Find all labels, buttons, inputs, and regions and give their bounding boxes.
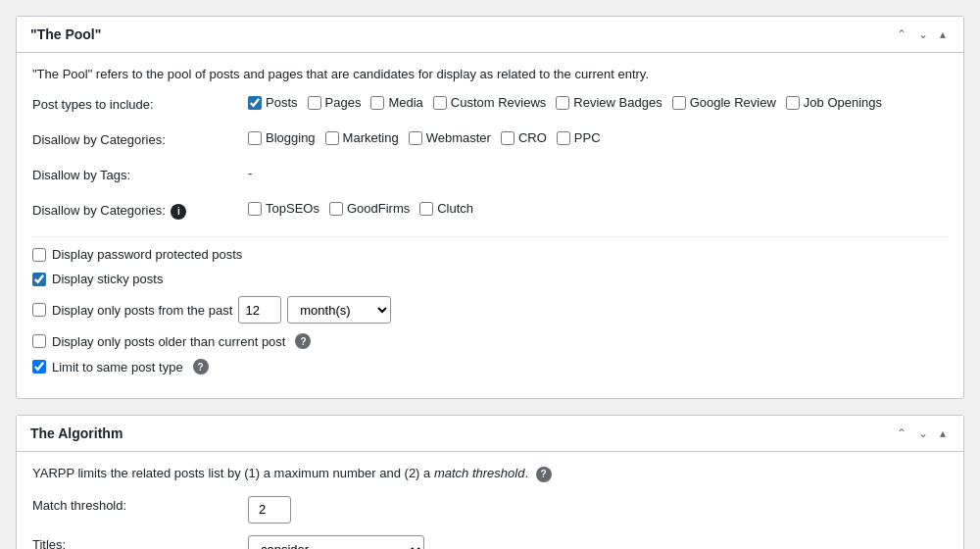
display-past-checkbox[interactable] [32, 303, 46, 317]
disallow-categories-content: Blogging Marketing Webmaster CRO PPC [248, 130, 948, 145]
pool-description: "The Pool" refers to the pool of posts a… [32, 67, 948, 81]
post-type-pages: Pages [308, 95, 362, 110]
dc-marketing-label[interactable]: Marketing [343, 130, 399, 145]
divider1 [32, 236, 948, 237]
post-type-jobs: Job Openings [786, 95, 882, 110]
pt-media-checkbox[interactable] [370, 96, 384, 110]
pt-google-label[interactable]: Google Review [690, 95, 776, 110]
algorithm-panel-title: The Algorithm [30, 425, 122, 441]
titles-row: Titles: consider do not consider [32, 535, 948, 549]
display-older-row: Display only posts older than current po… [32, 333, 948, 349]
display-past-unit-select[interactable]: month(s) year(s) week(s) day(s) [287, 296, 391, 324]
dc-ppc-checkbox[interactable] [557, 131, 570, 145]
disallow-categories2-row: Disallow by Categories: i TopSEOs GoodFi… [32, 201, 948, 225]
dc-ppc-label[interactable]: PPC [574, 130, 601, 145]
dc-blogging-checkbox[interactable] [248, 131, 262, 145]
pool-panel-body: "The Pool" refers to the pool of posts a… [17, 53, 963, 398]
match-threshold-label: Match threshold: [32, 496, 248, 513]
algorithm-panel-header: The Algorithm ⌃ ⌄ ▴ [17, 416, 963, 452]
limit-same-label[interactable]: Limit to same post type [52, 360, 183, 374]
algorithm-collapse-button[interactable]: ▴ [936, 425, 950, 441]
dc2-goodfirms: GoodFirms [329, 201, 410, 216]
dc2-topseos-checkbox[interactable] [248, 202, 262, 216]
pt-custom-label[interactable]: Custom Reviews [451, 95, 547, 110]
dc2-goodfirms-label[interactable]: GoodFirms [347, 201, 410, 216]
pt-jobs-checkbox[interactable] [786, 96, 800, 110]
display-sticky-row: Display sticky posts [32, 272, 948, 286]
dc2-topseos: TopSEOs [248, 201, 319, 216]
disallow-tags-content: - [248, 166, 948, 180]
help-icon-older[interactable]: ? [295, 333, 311, 349]
dc2-clutch-label[interactable]: Clutch [437, 201, 473, 216]
algorithm-panel-body: YARPP limits the related posts list by (… [17, 452, 963, 549]
disallow-tags-label: Disallow by Tags: [32, 166, 248, 182]
disallow-tags-value: - [248, 166, 252, 180]
pool-panel: "The Pool" ⌃ ⌄ ▴ "The Pool" refers to th… [16, 16, 964, 399]
display-older-checkbox[interactable] [32, 334, 46, 348]
titles-label: Titles: [32, 535, 248, 549]
pt-custom-checkbox[interactable] [433, 96, 447, 110]
match-threshold-input[interactable] [248, 496, 291, 524]
dc-cro-label[interactable]: CRO [518, 130, 547, 145]
dc-webmaster-label[interactable]: Webmaster [426, 130, 491, 145]
disallow-categories-label: Disallow by Categories: [32, 130, 248, 147]
algorithm-panel-controls: ⌃ ⌄ ▴ [893, 425, 950, 441]
pt-pages-label[interactable]: Pages [325, 95, 362, 110]
display-past-label[interactable]: Display only posts from the past [52, 303, 232, 318]
help-icon-limit[interactable]: ? [193, 359, 209, 374]
titles-content: consider do not consider [248, 535, 948, 549]
display-password-label[interactable]: Display password protected posts [52, 247, 242, 262]
dc-marketing-checkbox[interactable] [325, 131, 339, 145]
algorithm-panel: The Algorithm ⌃ ⌄ ▴ YARPP limits the rel… [16, 415, 964, 549]
pt-pages-checkbox[interactable] [308, 96, 321, 110]
post-type-custom: Custom Reviews [433, 95, 547, 110]
pt-media-label[interactable]: Media [388, 95, 422, 110]
display-sticky-checkbox[interactable] [32, 273, 46, 286]
pool-panel-header: "The Pool" ⌃ ⌄ ▴ [17, 17, 963, 53]
display-older-label[interactable]: Display only posts older than current po… [52, 334, 285, 349]
algorithm-up-button[interactable]: ⌃ [893, 425, 910, 441]
disallow-tags-row: Disallow by Tags: - [32, 166, 948, 189]
display-password-checkbox[interactable] [32, 248, 46, 262]
help-icon-algorithm[interactable]: ? [536, 467, 552, 482]
dc-blogging-label[interactable]: Blogging [266, 130, 316, 145]
pt-posts-checkbox[interactable] [248, 96, 262, 110]
algorithm-down-button[interactable]: ⌄ [914, 425, 932, 441]
pool-down-button[interactable]: ⌄ [914, 26, 932, 42]
match-threshold-row: Match threshold: [32, 496, 948, 524]
pt-google-checkbox[interactable] [672, 96, 686, 110]
dc-blogging: Blogging [248, 130, 316, 145]
info-icon[interactable]: i [171, 204, 186, 220]
display-past-number[interactable] [238, 296, 281, 324]
disallow-categories-row: Disallow by Categories: Blogging Marketi… [32, 130, 948, 154]
dc-cro-checkbox[interactable] [501, 131, 514, 145]
dc2-clutch-checkbox[interactable] [419, 202, 433, 216]
pt-jobs-label[interactable]: Job Openings [804, 95, 882, 110]
pt-badges-label[interactable]: Review Badges [573, 95, 662, 110]
dc-cro: CRO [501, 130, 547, 145]
post-types-row: Post types to include: Posts Pages Media… [32, 95, 948, 119]
post-types-label: Post types to include: [32, 95, 248, 112]
pool-collapse-button[interactable]: ▴ [936, 26, 950, 42]
dc-webmaster-checkbox[interactable] [409, 131, 422, 145]
limit-same-checkbox[interactable] [32, 360, 46, 374]
dc-ppc: PPC [557, 130, 601, 145]
pool-panel-title: "The Pool" [30, 26, 101, 42]
post-types-content: Posts Pages Media Custom Reviews Review … [248, 95, 948, 110]
algorithm-description: YARPP limits the related posts list by (… [32, 466, 948, 482]
pt-badges-checkbox[interactable] [556, 96, 569, 110]
dc-webmaster: Webmaster [409, 130, 491, 145]
post-type-badges: Review Badges [556, 95, 662, 110]
dc2-clutch: Clutch [419, 201, 473, 216]
dc2-topseos-label[interactable]: TopSEOs [266, 201, 319, 216]
dc2-goodfirms-checkbox[interactable] [329, 202, 343, 216]
titles-select[interactable]: consider do not consider [248, 535, 424, 549]
post-type-posts: Posts [248, 95, 298, 110]
display-password-row: Display password protected posts [32, 247, 948, 262]
pt-posts-label[interactable]: Posts [266, 95, 298, 110]
display-past-row: Display only posts from the past month(s… [32, 296, 948, 324]
display-sticky-label[interactable]: Display sticky posts [52, 272, 163, 286]
disallow-categories2-content: TopSEOs GoodFirms Clutch [248, 201, 948, 216]
match-threshold-content [248, 496, 948, 524]
pool-up-button[interactable]: ⌃ [893, 26, 910, 42]
